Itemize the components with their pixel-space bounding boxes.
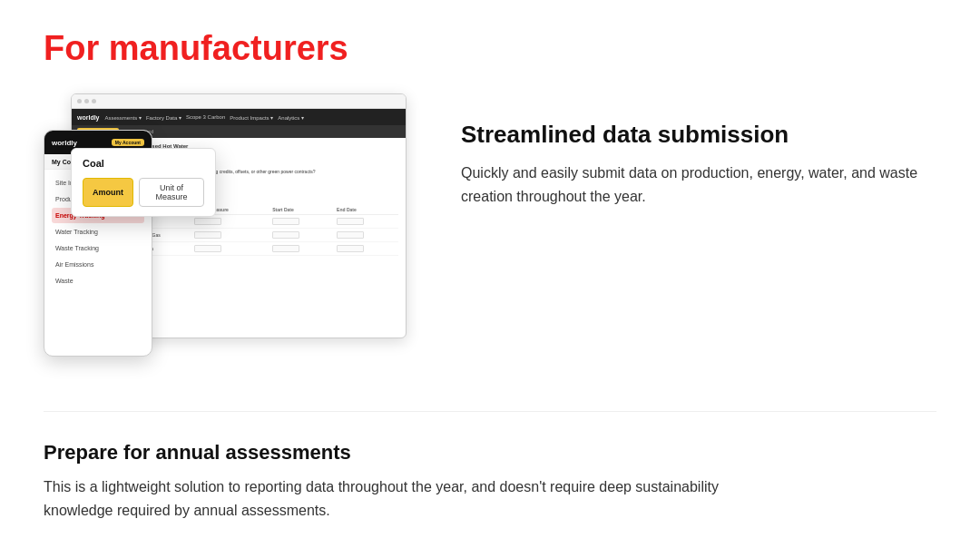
nav-item-scope3: Scope 3 Carbon <box>186 114 225 121</box>
browser-navbar: worldly Assessments ▾ Factory Data ▾ Sco… <box>72 109 406 125</box>
page-title: For manufacturers <box>44 29 936 68</box>
phone-sidebar-water[interactable]: Water Tracking <box>52 224 144 240</box>
browser-dot-red <box>77 99 82 103</box>
nav-item-assessments: Assessments ▾ <box>105 114 142 121</box>
feature-title: Streamlined data submission <box>461 121 936 149</box>
phone-sidebar-waste[interactable]: Waste <box>52 273 144 289</box>
modal-title: Coal <box>83 158 204 169</box>
feature-content: Streamlined data submission Quickly and … <box>461 93 936 208</box>
bottom-title: Prepare for annual assessments <box>44 441 936 465</box>
table-row: Natural Gas <box>133 229 398 242</box>
modal-buttons: Amount Unit of Measure <box>83 178 204 207</box>
modal-unit-button[interactable]: Unit of Measure <box>139 178 204 207</box>
mockup-container: worldly Assessments ▾ Factory Data ▾ Sco… <box>44 93 425 375</box>
browser-dot-yellow <box>84 99 89 103</box>
phone-logo: worldly <box>52 139 77 147</box>
browser-nav-items: Assessments ▾ Factory Data ▾ Scope 3 Car… <box>105 114 304 121</box>
browser-topbar <box>72 94 406 109</box>
col-end: End Date <box>334 205 398 215</box>
nav-item-factory: Factory Data ▾ <box>146 114 181 121</box>
top-section: worldly Assessments ▾ Factory Data ▾ Sco… <box>44 93 936 375</box>
browser-logo: worldly <box>77 114 100 121</box>
browser-dot-green <box>92 99 96 103</box>
nav-item-product: Product Impacts ▾ <box>230 114 273 121</box>
col-start: Start Date <box>270 205 334 215</box>
nav-item-analytics: Analytics ▾ <box>278 114 304 121</box>
phone-sidebar-waste-tracking[interactable]: Waste Tracking <box>52 240 144 256</box>
table-row: Biomass <box>133 242 398 256</box>
coal-modal: Coal Amount Unit of Measure <box>71 148 216 217</box>
feature-description: Quickly and easily submit data on produc… <box>461 161 936 208</box>
bottom-description: This is a lightweight solution to report… <box>44 475 788 522</box>
phone-account-badge: My Account <box>112 139 144 146</box>
modal-amount-button[interactable]: Amount <box>83 178 133 207</box>
bottom-section: Prepare for annual assessments This is a… <box>44 411 936 522</box>
phone-sidebar-air[interactable]: Air Emissions <box>52 257 144 272</box>
